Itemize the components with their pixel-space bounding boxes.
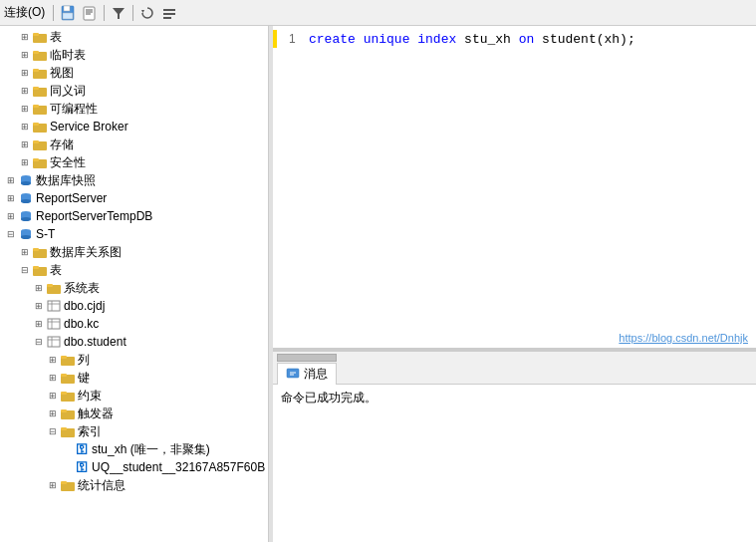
results-content: 命令已成功完成。 (273, 385, 756, 542)
svg-rect-65 (61, 427, 67, 430)
svg-rect-47 (48, 301, 60, 311)
expand-icon: ⊞ (46, 371, 60, 385)
expand-icon: ⊞ (18, 102, 32, 116)
tree-label: 约束 (78, 388, 102, 405)
index-icon: ⚿ (74, 460, 90, 474)
expand-icon: ⊞ (18, 84, 32, 98)
svg-rect-14 (33, 33, 39, 36)
save-icon[interactable] (58, 3, 78, 23)
tree-item-dbocjdj[interactable]: ⊞ dbo.cjdj (0, 297, 268, 315)
expand-icon: ⊞ (18, 245, 32, 259)
object-explorer: ⊞ 表 ⊞ 临时表 ⊞ 视图 (0, 26, 269, 542)
tree-label: 安全性 (50, 154, 86, 171)
tree-item-chufaqi[interactable]: ⊞ 触发器 (0, 405, 268, 422)
result-message: 命令已成功完成。 (281, 389, 748, 407)
code-editor[interactable]: 1 create unique index stu_xh on student(… (273, 26, 756, 351)
main-area: ⊞ 表 ⊞ 临时表 ⊞ 视图 (0, 26, 756, 542)
tree-view[interactable]: ⊞ 表 ⊞ 临时表 ⊞ 视图 (0, 26, 268, 542)
tree-item-lie[interactable]: ⊞ 列 (0, 351, 268, 369)
tree-item-biao[interactable]: ⊞ 表 (0, 28, 268, 46)
tree-label: 视图 (50, 65, 74, 82)
watermark: https://blog.csdn.net/Dnhjk (619, 332, 748, 344)
scrollbar-thumb[interactable] (277, 354, 337, 362)
line-indicator (273, 30, 277, 48)
tree-label: 同义词 (50, 83, 86, 100)
svg-rect-16 (33, 51, 39, 54)
tree-item-dbostudent[interactable]: ⊟ dbo.student (0, 333, 268, 351)
right-panel: 1 create unique index stu_xh on student(… (273, 26, 756, 542)
filter-icon[interactable] (109, 3, 128, 23)
tree-item-st[interactable]: ⊟ S-T (0, 225, 268, 243)
folder-icon (46, 281, 62, 295)
svg-marker-8 (141, 10, 144, 13)
tree-item-cunchu[interactable]: ⊞ 存储 (0, 136, 268, 153)
svg-rect-67 (61, 481, 67, 484)
tree-item-dbokc[interactable]: ⊞ dbo.kc (0, 315, 268, 333)
expand-icon: ⊞ (18, 48, 32, 62)
tree-item-guanxitu[interactable]: ⊞ 数据库关系图 (0, 243, 268, 261)
tree-item-suoyin[interactable]: ⊟ 索引 (0, 422, 268, 440)
tree-label: 数据库关系图 (50, 244, 122, 261)
tree-item-jian[interactable]: ⊞ 键 (0, 369, 268, 387)
messages-tab[interactable]: 消息 (277, 363, 337, 385)
tree-item-shitu[interactable]: ⊞ 视图 (0, 64, 268, 82)
tree-item-kebianchengxing[interactable]: ⊞ 可编程性 (0, 100, 268, 118)
folder-icon (32, 102, 48, 116)
new-query-icon[interactable] (80, 3, 100, 23)
tree-label: dbo.student (64, 335, 126, 349)
expand-icon: ⊞ (18, 137, 32, 151)
horizontal-scrollbar[interactable] (273, 351, 756, 363)
svg-rect-9 (163, 9, 175, 11)
tree-label: dbo.cjdj (64, 299, 105, 313)
folder-icon (32, 137, 48, 151)
expand-icon: ⊞ (32, 281, 46, 295)
tree-item-biao-st[interactable]: ⊟ 表 (0, 261, 268, 279)
folder-icon (60, 371, 76, 385)
svg-rect-28 (33, 158, 39, 161)
svg-point-40 (21, 235, 31, 239)
tree-label: 列 (78, 352, 90, 369)
properties-icon[interactable] (159, 3, 179, 23)
svg-rect-63 (61, 409, 67, 412)
tree-item-tongjixinxi[interactable]: ⊞ 统计信息 (0, 476, 268, 494)
tree-item-yueshu[interactable]: ⊞ 约束 (0, 387, 268, 405)
expand-icon: ⊟ (18, 263, 32, 277)
tree-item-anquan[interactable]: ⊞ 安全性 (0, 153, 268, 171)
svg-rect-24 (33, 123, 39, 126)
folder-icon (32, 48, 48, 62)
svg-point-37 (21, 217, 31, 221)
tree-label: UQ__student__32167A857F60B (92, 460, 265, 474)
results-panel: 消息 命令已成功完成。 (273, 363, 756, 542)
tree-label: 表 (50, 262, 62, 279)
toolbar-separator3 (132, 5, 133, 21)
tree-item-xitongbiao[interactable]: ⊞ 系统表 (0, 279, 268, 297)
tree-item-linshib[interactable]: ⊞ 临时表 (0, 46, 268, 64)
folder-icon (32, 120, 48, 134)
tree-item-uqstudent[interactable]: ⊞ ⚿ UQ__student__32167A857F60B (0, 458, 268, 476)
svg-rect-46 (47, 284, 53, 287)
connection-menu[interactable]: 连接(O) (4, 4, 45, 21)
line-number: 1 (289, 32, 309, 46)
refresh-icon[interactable] (137, 3, 157, 23)
tree-item-reportserver[interactable]: ⊞ ReportServer (0, 189, 268, 207)
tree-item-stuxh[interactable]: ⊞ ⚿ stu_xh (唯一，非聚集) (0, 440, 268, 458)
tree-item-dbkuaizhao[interactable]: ⊞ 数据库快照 (0, 171, 268, 189)
tree-item-reportservertempdb[interactable]: ⊞ ReportServerTempDB (0, 207, 268, 225)
db-icon (18, 191, 34, 205)
tree-label: 数据库快照 (36, 172, 96, 189)
expand-icon: ⊞ (46, 406, 60, 420)
db-icon (18, 209, 34, 223)
svg-rect-59 (61, 374, 67, 377)
toolbar-separator2 (104, 5, 105, 21)
tree-label: 键 (78, 370, 90, 387)
tree-item-servicebroker[interactable]: ⊞ Service Broker (0, 118, 268, 136)
expand-icon: ⊞ (46, 353, 60, 367)
tree-label: Service Broker (50, 120, 128, 134)
tree-label: 可编程性 (50, 101, 98, 118)
table-icon (46, 317, 62, 331)
tree-item-tongyi[interactable]: ⊞ 同义词 (0, 82, 268, 100)
folder-icon (60, 353, 76, 367)
expand-icon: ⊞ (18, 30, 32, 44)
svg-rect-18 (33, 69, 39, 72)
tree-label: 系统表 (64, 280, 100, 297)
